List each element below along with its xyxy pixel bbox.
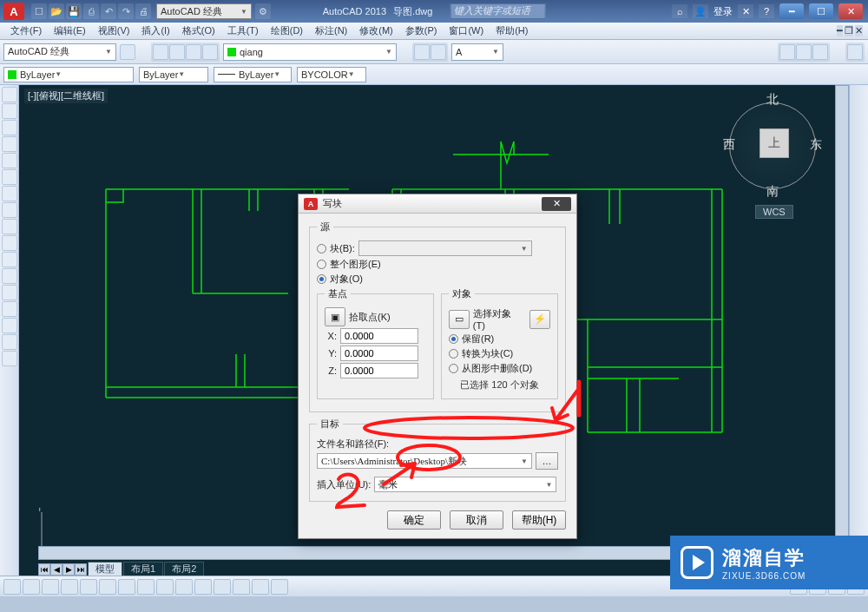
- compass-n[interactable]: 北: [766, 92, 779, 108]
- qat-print-icon[interactable]: 🖨: [135, 3, 151, 19]
- basepoint-y-input[interactable]: [340, 345, 418, 361]
- radio-retain[interactable]: [449, 334, 458, 344]
- sign-in-icon[interactable]: 👤: [693, 4, 708, 18]
- tab-layout1[interactable]: 布局1: [123, 562, 163, 576]
- menu-edit[interactable]: 编辑(E): [49, 23, 91, 39]
- view-tool-icon[interactable]: [796, 44, 812, 60]
- workspace-combo[interactable]: AutoCAD 经典▼: [156, 3, 252, 19]
- linetype-combo[interactable]: ByLayer▼: [139, 67, 208, 82]
- doc-close-icon[interactable]: ✕: [855, 25, 863, 36]
- dialog-close-button[interactable]: ✕: [542, 197, 571, 211]
- quickselect-button[interactable]: ⚡: [529, 310, 550, 329]
- ellipse-icon[interactable]: [2, 186, 17, 201]
- tab-nav-last-icon[interactable]: ⏭: [75, 563, 87, 576]
- path-combo[interactable]: C:\Users\Administrator\Desktop\新块▼: [317, 453, 532, 469]
- viewport-label[interactable]: [-][俯视][二维线框]: [24, 89, 108, 103]
- viewcube-top-face[interactable]: 上: [760, 128, 789, 158]
- login-label[interactable]: 登录: [713, 5, 733, 18]
- app-menu-icon[interactable]: A: [3, 3, 24, 20]
- workspace-combo-2[interactable]: AutoCAD 经典▼: [3, 43, 116, 61]
- tab-nav-next-icon[interactable]: ▶: [62, 563, 75, 576]
- pick-point-button[interactable]: ▣: [325, 307, 345, 326]
- menu-file[interactable]: 文件(F): [5, 23, 47, 39]
- std-tool-icon[interactable]: [847, 44, 863, 60]
- anno-tool-icon[interactable]: [414, 44, 430, 60]
- basepoint-x-input[interactable]: [340, 328, 418, 344]
- osnap-button[interactable]: [80, 579, 97, 595]
- view-tool-icon[interactable]: [779, 44, 795, 60]
- textstyle-combo[interactable]: A▼: [451, 43, 503, 61]
- menu-dimension[interactable]: 标注(N): [310, 23, 352, 39]
- color-combo[interactable]: ByLayer▼: [3, 67, 134, 82]
- polar-button[interactable]: [61, 579, 78, 595]
- menu-insert[interactable]: 插入(I): [136, 23, 174, 39]
- window-max-icon[interactable]: ☐: [809, 3, 833, 19]
- layer-tool-icon[interactable]: [153, 44, 168, 60]
- pline-icon[interactable]: [2, 103, 17, 119]
- point-icon[interactable]: [2, 235, 17, 251]
- workspace-gear-icon[interactable]: ⚙: [255, 3, 271, 19]
- ws-settings-icon[interactable]: [120, 44, 135, 60]
- tab-layout2[interactable]: 布局2: [164, 562, 204, 576]
- qat-save-icon[interactable]: 💾: [66, 3, 82, 19]
- radio-objects[interactable]: [317, 274, 326, 284]
- ortho-button[interactable]: [42, 579, 59, 595]
- revcloud-icon[interactable]: [2, 351, 17, 366]
- rect-icon[interactable]: [2, 153, 17, 168]
- vertical-scrollbar[interactable]: [835, 85, 849, 546]
- compass-s[interactable]: 南: [766, 184, 779, 200]
- basepoint-z-input[interactable]: [340, 363, 418, 378]
- spline-icon[interactable]: [2, 202, 17, 218]
- circle-icon[interactable]: [2, 120, 17, 135]
- doc-restore-icon[interactable]: ❐: [845, 25, 853, 36]
- menu-draw[interactable]: 绘图(D): [266, 23, 308, 39]
- browse-button[interactable]: …: [536, 452, 558, 470]
- text-icon[interactable]: [2, 285, 17, 300]
- qat-new-icon[interactable]: ☐: [31, 3, 47, 19]
- wipeout-icon[interactable]: [2, 334, 17, 350]
- radio-delete[interactable]: [449, 364, 458, 373]
- snap-mode-button[interactable]: [3, 579, 21, 595]
- qat-saveas-icon[interactable]: ⎙: [83, 3, 99, 19]
- hatch-icon[interactable]: [2, 219, 17, 234]
- compass-e[interactable]: 东: [810, 137, 822, 153]
- help-search-input[interactable]: 键入关键字或短语: [450, 3, 545, 19]
- current-layer-combo[interactable]: qiang▼: [223, 43, 397, 61]
- table-icon[interactable]: [2, 268, 17, 284]
- view-cube[interactable]: 北 西 东 南 上 WCS: [720, 94, 825, 198]
- qp-button[interactable]: [214, 579, 231, 595]
- dialog-title-bar[interactable]: A 写块 ✕: [299, 194, 576, 214]
- exchange-icon[interactable]: ✕: [738, 4, 753, 18]
- menu-window[interactable]: 窗口(W): [444, 23, 489, 39]
- window-close-icon[interactable]: ✕: [838, 3, 863, 19]
- menu-format[interactable]: 格式(O): [177, 23, 220, 39]
- units-combo[interactable]: 毫米▼: [374, 477, 556, 492]
- plotstyle-combo[interactable]: BYCOLOR▼: [297, 67, 366, 82]
- compass-w[interactable]: 西: [723, 137, 735, 153]
- tab-nav-prev-icon[interactable]: ◀: [50, 563, 62, 576]
- view-tool-icon[interactable]: [812, 44, 828, 60]
- infocenter-icon[interactable]: ⌕: [672, 4, 687, 18]
- block-icon[interactable]: [2, 252, 17, 267]
- arc-icon[interactable]: [2, 136, 17, 152]
- menu-modify[interactable]: 修改(M): [354, 23, 398, 39]
- radio-convert[interactable]: [449, 349, 458, 359]
- model-button[interactable]: [271, 579, 288, 595]
- help-icon[interactable]: ?: [759, 4, 774, 18]
- mtext-icon[interactable]: [2, 301, 17, 317]
- otrack-button[interactable]: [118, 579, 135, 595]
- layer-tool-icon[interactable]: [202, 44, 218, 60]
- 3dosnap-button[interactable]: [99, 579, 116, 595]
- lineweight-combo[interactable]: ByLayer▼: [214, 67, 292, 82]
- polygon-icon[interactable]: [2, 169, 17, 185]
- tab-nav-first-icon[interactable]: ⏮: [38, 563, 50, 576]
- line-icon[interactable]: [2, 87, 17, 102]
- am-button[interactable]: [252, 579, 269, 595]
- qat-open-icon[interactable]: 📂: [49, 3, 64, 19]
- ducs-button[interactable]: [137, 579, 155, 595]
- menu-help[interactable]: 帮助(H): [490, 23, 533, 39]
- cancel-button[interactable]: 取消: [450, 510, 503, 530]
- grid-button[interactable]: [23, 579, 40, 595]
- qat-redo-icon[interactable]: ↷: [118, 3, 134, 19]
- select-objects-button[interactable]: ▭: [449, 310, 470, 329]
